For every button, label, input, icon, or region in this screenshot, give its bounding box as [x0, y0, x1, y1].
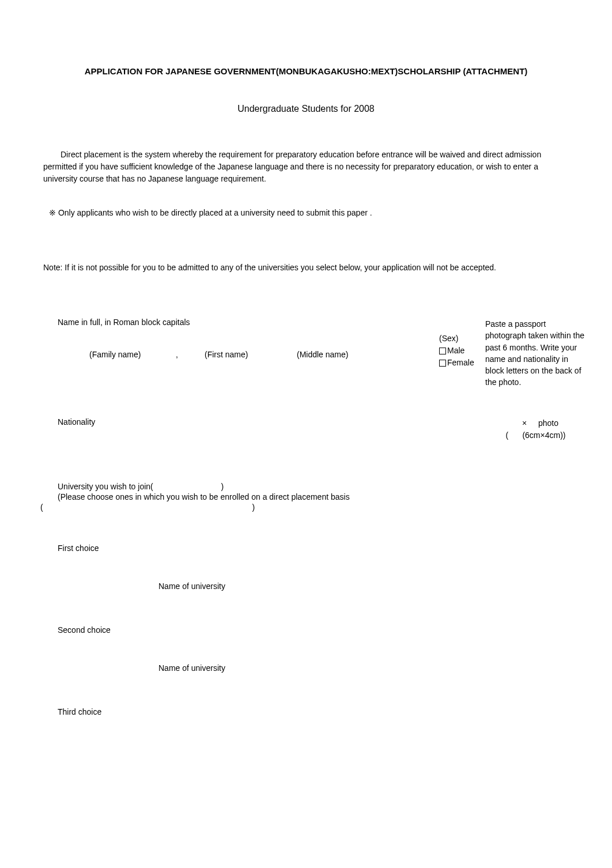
second-choice-label: Second choice	[58, 625, 111, 635]
description-block: Direct placement is the system whereby t…	[26, 149, 586, 185]
photo-dims: × photo ( (6cm×4cm))	[485, 417, 586, 441]
first-choice-uni-label: Name of university	[158, 582, 225, 591]
sex-female-row[interactable]: Female	[439, 357, 485, 369]
comma: ,	[176, 350, 199, 359]
photo-instructions: Paste a passport photograph taken within…	[485, 318, 586, 388]
photo-paren: (	[506, 429, 520, 441]
submit-note: ※ Only applicants who wish to be directl…	[49, 208, 586, 217]
name-fields: (Family name) , (First name) (Middle nam…	[58, 350, 439, 359]
university-label: University you wish to join(	[58, 482, 153, 491]
university-section: University you wish to join( ) (Please c…	[58, 482, 586, 512]
nationality-label: Nationality	[58, 417, 485, 427]
second-choice-uni-label: Name of university	[158, 663, 225, 673]
family-name-label: (Family name)	[89, 350, 170, 359]
subtitle-text: Undergraduate Students for 2008	[237, 104, 375, 114]
accept-note: Note: If it is not possible for you to b…	[43, 263, 586, 272]
third-choice-label: Third choice	[58, 707, 101, 716]
photo-cross: ×	[513, 417, 536, 429]
document-subtitle: Undergraduate Students for 2008	[26, 104, 586, 114]
photo-dims-text: (6cm×4cm))	[522, 431, 565, 440]
paren-open: (	[40, 503, 43, 512]
description-text: Direct placement is the system whereby t…	[43, 149, 569, 185]
glyph	[58, 350, 84, 359]
document-title: APPLICATION FOR JAPANESE GOVERNMENT(MONB…	[26, 66, 586, 76]
middle-name-label: (Middle name)	[297, 350, 366, 359]
university-label-close: )	[221, 482, 224, 491]
sex-block: (Sex) Male Female	[439, 333, 485, 369]
first-choice-block: First choice Name of university	[58, 544, 586, 591]
photo-word: photo	[538, 418, 558, 428]
male-label: Male	[447, 346, 464, 355]
first-choice-label: First choice	[58, 544, 99, 553]
third-choice-block: Third choice	[58, 707, 586, 716]
photo-block: Paste a passport photograph taken within…	[485, 318, 586, 388]
first-name-label: (First name)	[205, 350, 291, 359]
university-instruction: (Please choose ones in which you wish to…	[58, 492, 586, 501]
sex-male-row[interactable]: Male	[439, 345, 485, 357]
sex-label: (Sex)	[439, 333, 485, 345]
female-label: Female	[447, 358, 474, 367]
name-label-text: Name in full, in Roman block capitals	[58, 318, 190, 327]
second-choice-block: Second choice Name of university	[58, 625, 586, 673]
checkbox-male[interactable]	[439, 348, 446, 354]
paren-close: )	[252, 503, 255, 512]
checkbox-female[interactable]	[439, 360, 446, 367]
